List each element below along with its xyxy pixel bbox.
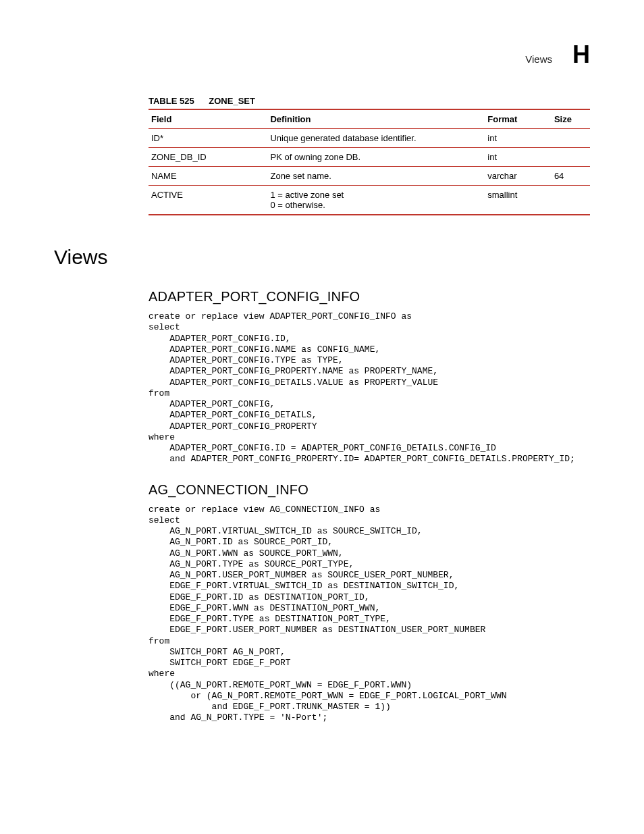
section-heading-views: Views — [54, 246, 590, 269]
header-letter: H — [572, 41, 590, 69]
cell-size: 64 — [552, 167, 590, 186]
table-row: ZONE_DB_ID PK of owning zone DB. int — [149, 148, 590, 167]
cell-field: ZONE_DB_ID — [149, 148, 267, 167]
view-heading: ADAPTER_PORT_CONFIG_INFO — [149, 289, 590, 305]
col-field: Field — [149, 109, 267, 129]
cell-size — [552, 148, 590, 167]
cell-format: smallint — [485, 186, 552, 215]
cell-format: int — [485, 148, 552, 167]
table-block: TABLE 525 ZONE_SET Field Definition Form… — [149, 96, 590, 215]
page-header: Views H — [54, 41, 590, 69]
cell-definition: Unique generated database identifier. — [267, 129, 485, 148]
table-caption: TABLE 525 ZONE_SET — [149, 96, 590, 106]
view-sql: create or replace view ADAPTER_PORT_CONF… — [149, 311, 590, 465]
cell-field: NAME — [149, 167, 267, 186]
view-heading: AG_CONNECTION_INFO — [149, 482, 590, 498]
cell-format: int — [485, 129, 552, 148]
col-size: Size — [552, 109, 590, 129]
cell-field: ACTIVE — [149, 186, 267, 215]
cell-format: varchar — [485, 167, 552, 186]
zone-set-table: Field Definition Format Size ID* Unique … — [149, 109, 590, 215]
cell-definition: 1 = active zone set 0 = otherwise. — [267, 186, 485, 215]
table-header-row: Field Definition Format Size — [149, 109, 590, 129]
views-content: ADAPTER_PORT_CONFIG_INFO create or repla… — [149, 289, 590, 724]
table-row: ACTIVE 1 = active zone set 0 = otherwise… — [149, 186, 590, 215]
table-row: NAME Zone set name. varchar 64 — [149, 167, 590, 186]
cell-definition: Zone set name. — [267, 167, 485, 186]
table-name: ZONE_SET — [209, 96, 255, 106]
col-format: Format — [485, 109, 552, 129]
cell-definition: PK of owning zone DB. — [267, 148, 485, 167]
header-label: Views — [525, 53, 552, 65]
col-definition: Definition — [267, 109, 485, 129]
view-sql: create or replace view AG_CONNECTION_INF… — [149, 504, 590, 724]
table-row: ID* Unique generated database identifier… — [149, 129, 590, 148]
table-number: TABLE 525 — [149, 96, 194, 106]
cell-field: ID* — [149, 129, 267, 148]
cell-size — [552, 186, 590, 215]
cell-size — [552, 129, 590, 148]
page: Views H TABLE 525 ZONE_SET Field Definit… — [0, 0, 644, 778]
